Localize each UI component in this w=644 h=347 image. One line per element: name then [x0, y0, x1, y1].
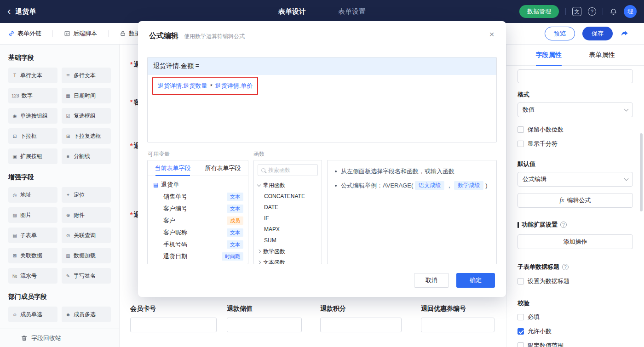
confirm-button[interactable]: 确定: [456, 273, 495, 288]
variable-field-row[interactable]: 客户 成员: [148, 215, 248, 227]
tab-field-properties[interactable]: 字段属性: [536, 45, 562, 66]
help-icon[interactable]: ?: [562, 264, 569, 270]
preview-button[interactable]: 预览: [545, 27, 575, 40]
translate-icon[interactable]: 文: [572, 7, 581, 16]
close-icon[interactable]: ×: [486, 28, 498, 40]
variables-tabs: 当前表单字段 所有表单字段: [148, 160, 248, 176]
field-title-input[interactable]: [518, 69, 633, 83]
variable-field-row[interactable]: 退货日期 时间戳: [148, 250, 248, 262]
refund-points-input[interactable]: [320, 318, 402, 332]
field-type-button[interactable]: ⊡下拉框: [8, 128, 58, 144]
function-group-common[interactable]: 常用函数: [254, 180, 322, 191]
checkbox-box[interactable]: [518, 314, 524, 320]
member-card-input[interactable]: [130, 318, 217, 332]
function-group-text[interactable]: 文本函数: [254, 257, 322, 264]
field-type-button[interactable]: T单行文本: [8, 68, 58, 83]
checkbox-box[interactable]: [518, 342, 524, 347]
help-line: 从左侧面板选择字段名和函数，或输入函数: [335, 167, 489, 176]
set-data-title-checkbox[interactable]: 设置为数据标题: [518, 277, 633, 285]
field-type-button[interactable]: ☺成员单选: [8, 307, 58, 322]
divider: [603, 8, 603, 15]
data-manage-button[interactable]: 数据管理: [519, 5, 559, 18]
function-item[interactable]: DATE: [254, 202, 322, 213]
chevron-down-icon: [257, 183, 261, 187]
variable-field-row[interactable]: 客户编号 文本: [148, 203, 248, 215]
property-tabs: 字段属性 表单属性: [506, 45, 644, 66]
help-icon[interactable]: ?: [588, 7, 596, 16]
formula-content[interactable]: 退货详情.退货数量 * 退货详情.单价: [148, 75, 496, 97]
top-bar: ‹ 退货单 表单设计 表单设置 数据管理 文 ? 理: [0, 0, 644, 23]
tab-all-form-fields[interactable]: 所有表单字段: [198, 160, 248, 176]
field-type-icon: ◎: [12, 193, 18, 198]
panel-scrollbar[interactable]: [640, 133, 643, 211]
field-type-button[interactable]: ☻成员多选: [62, 307, 111, 322]
help-icon[interactable]: ?: [560, 222, 567, 228]
checkbox-box[interactable]: [518, 126, 524, 133]
form-external-link-button[interactable]: 表单外链: [8, 29, 41, 38]
edit-formula-button[interactable]: fx 编辑公式: [518, 193, 633, 208]
field-type-button[interactable]: ⊠关联数据: [8, 248, 58, 263]
function-group-math[interactable]: 数学函数: [254, 246, 322, 257]
field-type-button[interactable]: ≡分割线: [62, 148, 111, 164]
share-icon[interactable]: [620, 29, 629, 38]
field-type-button[interactable]: ▥数据加载: [62, 248, 111, 263]
tab-form-settings[interactable]: 表单设置: [338, 7, 366, 16]
default-value-select[interactable]: 公式编辑: [518, 172, 633, 187]
save-button[interactable]: 保存: [582, 27, 613, 40]
format-select[interactable]: 数值: [518, 102, 633, 117]
checkbox-box[interactable]: [518, 278, 524, 284]
checkbox-box[interactable]: [518, 141, 524, 147]
field-type-button[interactable]: ◉单选按钮组: [8, 108, 58, 124]
cancel-button[interactable]: 取消: [414, 273, 449, 288]
divider: [565, 8, 566, 15]
tab-current-form-fields[interactable]: 当前表单字段: [148, 160, 198, 176]
coupon-number-input[interactable]: [421, 318, 494, 332]
back-icon[interactable]: ‹: [7, 6, 11, 17]
function-item[interactable]: MAPX: [254, 224, 322, 235]
tree-root-row[interactable]: ▤ 退货单: [148, 179, 248, 191]
field-type-button[interactable]: №流水号: [8, 268, 58, 284]
formula-field-token[interactable]: 退货详情.单价: [215, 82, 253, 90]
limit-range-checkbox[interactable]: 限定数值范围: [518, 341, 633, 347]
field-type-button[interactable]: ⊙关联查询: [62, 228, 111, 243]
variable-field-row[interactable]: 手机号码 文本: [148, 239, 248, 250]
field-type-button[interactable]: ≣多行文本: [62, 68, 111, 83]
checkbox-box[interactable]: [518, 328, 524, 335]
tab-form-properties[interactable]: 表单属性: [589, 45, 615, 66]
field-type-button[interactable]: ▣扩展按钮: [8, 148, 58, 164]
field-type-button[interactable]: ▤子表单: [8, 228, 58, 243]
function-search-input[interactable]: [268, 167, 314, 173]
required-checkbox[interactable]: 必填: [518, 313, 633, 321]
refund-stored-value-input[interactable]: [227, 318, 302, 332]
function-search[interactable]: [258, 164, 318, 176]
formula-editor[interactable]: 退货详情.金额 = 退货详情.退货数量 * 退货详情.单价: [147, 57, 497, 142]
field-type-button[interactable]: ▨图片: [8, 207, 58, 223]
recycle-bin-label: 字段回收站: [31, 334, 61, 342]
add-action-button[interactable]: 添加操作: [518, 234, 633, 249]
field-type-button[interactable]: ☑复选框组: [62, 108, 111, 124]
function-item[interactable]: SUM: [254, 235, 322, 246]
formula-field-token[interactable]: 退货详情.退货数量: [158, 82, 207, 90]
field-type-button[interactable]: ◎地址: [8, 187, 58, 203]
property-body: 格式 数值 保留小数位数 显示千分符 默认值 公式编辑 fx 编辑公式 功能扩展…: [506, 66, 644, 347]
function-item[interactable]: IF: [254, 213, 322, 224]
field-recycle-bin[interactable]: 字段回收站: [0, 329, 119, 347]
field-type-button[interactable]: ▦日期时间: [62, 88, 111, 103]
field-type-button[interactable]: ⊕附件: [62, 207, 111, 223]
field-type-button[interactable]: ⊞下拉复选框: [62, 128, 111, 144]
variable-field-row[interactable]: 客户昵称 文本: [148, 227, 248, 239]
variable-field-row[interactable]: 销售单号 文本: [148, 191, 248, 203]
field-type-button[interactable]: ✎手写签名: [62, 268, 111, 284]
help-line: 公式编辑举例：AVERAGE( 语文成绩 ， 数学成绩 ): [335, 181, 489, 190]
thousand-separator-checkbox[interactable]: 显示千分符: [518, 140, 633, 148]
field-type-button[interactable]: 123数字: [8, 88, 58, 103]
function-item[interactable]: CONCATENATE: [254, 191, 322, 202]
keep-decimals-checkbox[interactable]: 保留小数位数: [518, 125, 633, 134]
tab-form-design[interactable]: 表单设计: [278, 7, 306, 16]
notification-bell-icon[interactable]: [610, 8, 617, 16]
field-label: 退款储值: [227, 305, 302, 313]
backend-script-button[interactable]: 后端脚本: [64, 29, 97, 38]
field-type-button[interactable]: ⌖定位: [62, 187, 111, 203]
avatar[interactable]: 理: [624, 5, 637, 18]
allow-decimals-checkbox[interactable]: 允许小数: [518, 327, 633, 336]
